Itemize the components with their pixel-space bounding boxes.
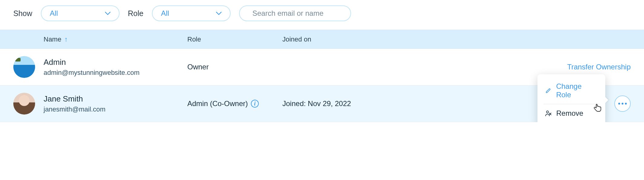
avatar (13, 56, 35, 78)
user-joined: Joined: Nov 29, 2022 (282, 99, 351, 108)
remove-user-icon (545, 110, 552, 117)
table-row: Jane Smith janesmith@mail.com Admin (Co-… (0, 85, 644, 122)
user-role: Owner (187, 63, 209, 71)
column-header-joined[interactable]: Joined on (282, 35, 631, 43)
svg-point-2 (547, 111, 549, 113)
menu-divider (544, 104, 599, 104)
remove-label: Remove (556, 109, 583, 118)
user-email: janesmith@mail.com (44, 105, 187, 113)
role-label: Role (128, 9, 143, 18)
transfer-ownership-link[interactable]: Transfer Ownership (567, 63, 631, 71)
sort-ascending-icon: ↑ (64, 36, 68, 43)
chevron-down-icon (216, 12, 222, 15)
change-role-menu-item[interactable]: Change Role (537, 78, 605, 103)
more-icon (618, 103, 627, 105)
avatar (13, 93, 35, 115)
user-name: Jane Smith (44, 94, 187, 104)
row-actions-popover: Change Role Remove (537, 74, 605, 122)
remove-menu-item[interactable]: Remove (537, 105, 605, 121)
table-header: Name ↑ Role Joined on (0, 30, 644, 49)
pencil-icon (545, 88, 552, 94)
search-input[interactable] (252, 9, 343, 18)
column-header-joined-label: Joined on (282, 35, 311, 43)
role-select[interactable]: All (152, 5, 231, 21)
change-role-label: Change Role (556, 82, 598, 99)
user-role: Admin (Co-Owner) (187, 99, 248, 108)
row-more-button[interactable] (614, 95, 631, 112)
column-header-role-label: Role (187, 35, 201, 43)
chevron-down-icon (105, 12, 110, 15)
user-name: Admin (44, 58, 187, 67)
user-email: admin@mystunningwebsite.com (44, 69, 187, 77)
column-header-name-label: Name (44, 35, 61, 43)
show-select-value: All (50, 9, 58, 18)
search-field[interactable] (239, 5, 351, 21)
role-select-value: All (161, 9, 169, 18)
column-header-name[interactable]: Name ↑ (44, 35, 187, 43)
show-select[interactable]: All (41, 5, 120, 21)
show-label: Show (13, 9, 32, 18)
info-icon[interactable]: i (251, 100, 259, 108)
filter-bar: Show All Role All (0, 0, 644, 30)
column-header-role[interactable]: Role (187, 35, 282, 43)
